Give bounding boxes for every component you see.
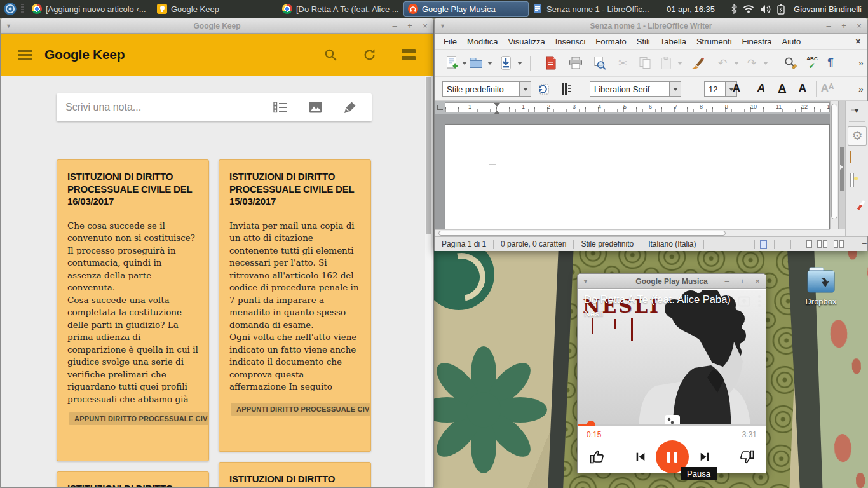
- find-replace-icon[interactable]: [784, 57, 797, 70]
- add-image-icon[interactable]: [309, 102, 322, 113]
- paragraph-style-dropdown[interactable]: [519, 82, 531, 96]
- italic-button[interactable]: A: [753, 82, 770, 95]
- maximize-button[interactable]: +: [405, 22, 414, 30]
- sidebar-splitter[interactable]: [838, 101, 845, 229]
- minimize-button[interactable]: –: [390, 22, 399, 30]
- desktop-icon-dropbox[interactable]: Dropbox: [796, 267, 846, 306]
- horizontal-scrollbar[interactable]: [435, 229, 830, 236]
- search-icon[interactable]: [324, 48, 337, 62]
- status-word-count[interactable]: 0 parole, 0 caratteri: [494, 240, 573, 248]
- taskbar-item-chrome-article[interactable]: [Aggiungi nuovo articolo ‹...: [28, 1, 153, 17]
- font-name-dropdown[interactable]: [669, 82, 681, 96]
- export-pdf-button[interactable]: [545, 56, 557, 70]
- note-card[interactable]: ISTITUZIONI DI DIRITTO PROCESSUALE CIVIL…: [57, 159, 209, 461]
- note-card[interactable]: ISTITUZIONI DI DIRITTO PROCESSUALE CIVIL…: [219, 159, 371, 452]
- copy-icon[interactable]: [639, 57, 651, 69]
- volume-icon[interactable]: [760, 4, 771, 14]
- refresh-icon[interactable]: [363, 48, 376, 62]
- checklist-icon[interactable]: [273, 102, 287, 113]
- book-view-icon[interactable]: [834, 240, 845, 250]
- pop-out-icon[interactable]: [738, 295, 750, 307]
- formatting-marks-icon[interactable]: ¶: [827, 57, 833, 69]
- cut-icon[interactable]: ✂: [618, 57, 627, 70]
- menu-modifica[interactable]: Modifica: [467, 37, 498, 46]
- open-dropdown[interactable]: [487, 62, 492, 67]
- formatting-overflow-button[interactable]: »: [858, 84, 864, 94]
- sidebar-tab-gallery[interactable]: [851, 173, 853, 187]
- close-document-icon[interactable]: ✕: [855, 37, 861, 46]
- sidebar-tab-properties[interactable]: ⚙: [848, 126, 867, 146]
- multi-page-view-icon[interactable]: [817, 240, 829, 250]
- menu-tabella[interactable]: Tabella: [660, 37, 686, 46]
- new-document-button[interactable]: [446, 56, 458, 70]
- minimize-button[interactable]: –: [722, 277, 731, 286]
- single-page-view-icon[interactable]: [806, 240, 813, 250]
- menu-stili[interactable]: Stili: [637, 37, 650, 46]
- taskbar-item-chrome-song[interactable]: [Do Retta A Te (feat. Alice ...: [278, 1, 403, 17]
- paste-icon[interactable]: [660, 57, 672, 70]
- menu-strumenti[interactable]: Strumenti: [696, 37, 732, 46]
- list-view-toggle-icon[interactable]: [402, 49, 416, 60]
- font-name-combobox[interactable]: Liberation Serif: [590, 81, 681, 97]
- maximize-button[interactable]: +: [738, 277, 747, 286]
- keep-scrollbar[interactable]: [425, 76, 431, 487]
- vertical-scrollbar[interactable]: [830, 101, 838, 229]
- taskbar-item-play-music[interactable]: Google Play Musica: [403, 1, 529, 17]
- bluetooth-icon[interactable]: [731, 4, 737, 14]
- new-note-input[interactable]: Scrivi una nota...: [57, 93, 372, 121]
- paste-dropdown[interactable]: [677, 62, 682, 67]
- save-dropdown[interactable]: [517, 62, 522, 67]
- brush-icon[interactable]: [344, 101, 356, 114]
- toolbar-overflow-button[interactable]: »: [858, 58, 864, 68]
- strikethrough-button[interactable]: A: [794, 82, 811, 95]
- writer-titlebar[interactable]: ▼ Senza nome 1 - LibreOffice Writer – + …: [435, 18, 867, 34]
- battery-icon[interactable]: [777, 4, 785, 15]
- status-page-count[interactable]: Pagina 1 di 1: [435, 240, 493, 248]
- menu-formato[interactable]: Formato: [595, 37, 626, 46]
- undo-icon[interactable]: ↶: [718, 57, 727, 70]
- new-document-dropdown[interactable]: [462, 62, 467, 67]
- next-track-button[interactable]: [699, 451, 711, 463]
- thumbs-down-button[interactable]: [737, 449, 755, 465]
- note-label-chip[interactable]: APPUNTI DIRITTO PROCESSUALE CIVILE: [231, 403, 371, 416]
- applications-menu-icon[interactable]: [3, 2, 17, 16]
- print-button[interactable]: [569, 57, 583, 69]
- keep-titlebar[interactable]: ▼ Google Keep – + ×: [1, 18, 433, 34]
- keep-scrollbar-thumb[interactable]: [426, 77, 431, 234]
- new-style-icon[interactable]: [561, 83, 571, 95]
- document-page[interactable]: [445, 124, 830, 229]
- document-area[interactable]: [435, 114, 830, 229]
- wifi-icon[interactable]: [743, 4, 754, 13]
- print-preview-button[interactable]: [592, 57, 606, 70]
- menu-finestra[interactable]: Finestra: [742, 37, 772, 46]
- sidebar-tab-page[interactable]: [850, 151, 851, 163]
- close-button[interactable]: ×: [855, 22, 864, 30]
- taskbar-item-writer[interactable]: Senza nome 1 - LibreOffic...: [529, 1, 654, 17]
- hamburger-menu-icon[interactable]: [18, 50, 32, 60]
- redo-icon[interactable]: ↷: [747, 57, 756, 70]
- taskbar-item-google-keep[interactable]: Google Keep: [153, 1, 278, 17]
- underline-button[interactable]: A: [774, 82, 790, 95]
- menu-file[interactable]: File: [444, 37, 457, 46]
- horizontal-ruler[interactable]: 1 12345678910111213: [445, 102, 830, 112]
- close-button[interactable]: ×: [421, 22, 430, 30]
- open-button[interactable]: [469, 57, 483, 69]
- user-name[interactable]: Giovanni Bindinelli: [794, 4, 862, 14]
- menu-inserisci[interactable]: Inserisci: [555, 37, 586, 46]
- character-highlight-button[interactable]: Aᴬ: [819, 82, 836, 95]
- minimize-button[interactable]: –: [824, 22, 833, 30]
- previous-track-button[interactable]: [635, 451, 647, 463]
- window-menu-icon[interactable]: ▼: [6, 23, 11, 29]
- vertical-scrollbar-thumb[interactable]: [831, 104, 837, 219]
- window-menu-icon[interactable]: ▼: [583, 278, 588, 285]
- note-card[interactable]: ISTITUZIONI DI DIRITTO PROCESSUALE CIVIL…: [57, 471, 209, 487]
- clock[interactable]: 01 apr, 16:35: [656, 4, 726, 14]
- clone-formatting-icon[interactable]: [691, 57, 704, 69]
- note-label-chip[interactable]: APPUNTI DIRITTO PROCESSUALE CIVILE: [69, 412, 209, 425]
- note-card[interactable]: ISTITUZIONI DI DIRITTO PROCESSUALE CIVIL…: [219, 462, 371, 487]
- zoom-out-button[interactable]: −: [862, 238, 867, 248]
- horizontal-scrollbar-thumb[interactable]: [438, 231, 726, 236]
- sidebar-settings-icon[interactable]: ≡▾: [851, 106, 858, 115]
- bold-button[interactable]: A: [728, 82, 745, 95]
- overflow-menu-icon[interactable]: [758, 295, 761, 307]
